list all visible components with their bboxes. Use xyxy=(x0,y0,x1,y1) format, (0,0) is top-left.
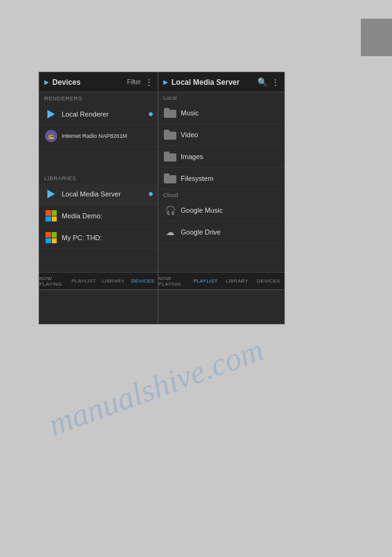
left-nav-library[interactable]: LIBRARY xyxy=(98,273,128,289)
my-pc-label: My PC: THD: xyxy=(62,234,102,241)
win2-q4 xyxy=(52,238,57,244)
win2-q1 xyxy=(45,232,51,238)
search-icon[interactable]: 🔍 xyxy=(257,77,267,87)
filter-label[interactable]: Filter xyxy=(127,79,141,85)
folder-icon-shape3 xyxy=(164,152,176,162)
left-panel-spacer xyxy=(39,249,158,272)
filesystem-folder-icon xyxy=(163,172,177,185)
local-media-play-icon xyxy=(44,187,58,201)
local-section-label: Local xyxy=(158,92,284,102)
music-label: Music xyxy=(181,109,199,117)
images-folder-icon xyxy=(163,150,177,163)
right-nav-playlist[interactable]: PLAYLIST xyxy=(190,273,222,289)
left-panel-title: Devices xyxy=(52,78,127,87)
win-q2 xyxy=(52,210,57,216)
libraries-section-label: LIBRARIES xyxy=(39,172,158,183)
video-item[interactable]: Video xyxy=(158,124,284,146)
my-pc-icon xyxy=(44,231,58,245)
video-folder-icon xyxy=(163,128,177,142)
google-music-label: Google Music xyxy=(181,206,222,214)
folder-icon-shape xyxy=(164,108,176,118)
cloud-icon-glyph: ☁ xyxy=(166,227,174,237)
google-drive-label: Google Drive xyxy=(181,228,221,236)
page-container: ▶ Devices Filter ⋮ RENDERERS Local Rende… xyxy=(0,0,392,557)
google-drive-item[interactable]: ☁ Google Drive xyxy=(158,221,284,243)
right-panel-title: Local Media Server xyxy=(171,78,257,87)
right-panel-spacer xyxy=(158,243,284,272)
local-media-dot xyxy=(149,192,153,196)
cloud-drive-icon: ☁ xyxy=(163,225,177,239)
local-renderer-label: Local Renderer xyxy=(62,110,108,118)
top-right-decoration xyxy=(361,19,392,56)
windows-icon-shape2 xyxy=(45,232,57,243)
google-music-item[interactable]: 🎧 Google Music xyxy=(158,200,284,221)
radio-icon-shape: 📻 xyxy=(45,130,57,142)
renderers-section-label: RENDERERS xyxy=(39,92,158,104)
left-bottom-nav: NOW PLAYING PLAYLIST LIBRARY DEVICES xyxy=(39,272,158,289)
headphone-icon: 🎧 xyxy=(163,203,177,217)
media-demo-label: Media Demo: xyxy=(62,212,102,220)
right-panel-play-icon: ▶ xyxy=(163,79,168,85)
play-icon-shape xyxy=(47,110,55,119)
internet-radio-label: Internet Radio NAP8261M xyxy=(62,133,127,139)
internet-radio-icon: 📻 xyxy=(44,129,58,143)
win2-q3 xyxy=(45,238,51,244)
left-nav-playlist[interactable]: PLAYLIST xyxy=(69,273,99,289)
filesystem-item[interactable]: Filesystem xyxy=(158,168,284,190)
play-icon-shape2 xyxy=(47,190,55,198)
win2-q2 xyxy=(52,232,57,238)
internet-radio-item[interactable]: 📻 Internet Radio NAP8261M xyxy=(39,125,158,147)
local-renderer-dot xyxy=(149,112,153,116)
win-q1 xyxy=(45,210,51,216)
win-q4 xyxy=(52,216,57,222)
folder-icon-shape4 xyxy=(164,173,176,183)
win-q3 xyxy=(45,216,51,222)
video-label: Video xyxy=(181,131,198,138)
bottom-left-panel xyxy=(39,290,158,324)
local-renderer-play-icon xyxy=(44,107,58,121)
left-panel-menu-dots[interactable]: ⋮ xyxy=(145,77,153,87)
folder-icon-shape2 xyxy=(164,130,176,140)
left-nav-devices[interactable]: DEVICES xyxy=(128,273,158,289)
right-panel-menu-dots[interactable]: ⋮ xyxy=(271,77,279,87)
right-panel-header: ▶ Local Media Server 🔍 ⋮ xyxy=(158,72,284,92)
local-media-server-label: Local Media Server xyxy=(62,190,121,198)
spacer1 xyxy=(39,147,158,172)
devices-play-icon: ▶ xyxy=(44,79,49,85)
bottom-right-panel xyxy=(158,290,284,324)
local-renderer-item[interactable]: Local Renderer xyxy=(39,104,158,125)
filesystem-label: Filesystem xyxy=(181,175,214,182)
cloud-section-label: Cloud xyxy=(158,190,284,200)
left-panel-header: ▶ Devices Filter ⋮ xyxy=(39,72,158,92)
left-panel: ▶ Devices Filter ⋮ RENDERERS Local Rende… xyxy=(39,72,158,289)
headphone-icon-glyph: 🎧 xyxy=(165,205,176,215)
media-demo-item[interactable]: Media Demo: xyxy=(39,205,158,227)
dual-panel: ▶ Devices Filter ⋮ RENDERERS Local Rende… xyxy=(39,72,285,290)
right-nav-library[interactable]: LIBRARY xyxy=(221,273,253,289)
images-item[interactable]: Images xyxy=(158,146,284,168)
music-item[interactable]: Music xyxy=(158,102,284,124)
left-nav-now-playing[interactable]: NOW PLAYING xyxy=(39,273,69,289)
media-demo-icon xyxy=(44,209,58,223)
right-bottom-nav: NOW PLAYING PLAYLIST LIBRARY DEVICES xyxy=(158,272,284,289)
my-pc-item[interactable]: My PC: THD: xyxy=(39,227,158,249)
local-media-server-item[interactable]: Local Media Server xyxy=(39,183,158,205)
right-nav-devices[interactable]: DEVICES xyxy=(253,273,285,289)
images-label: Images xyxy=(181,153,203,160)
right-nav-now-playing[interactable]: NOW PLAYING xyxy=(158,273,190,289)
bottom-panels xyxy=(39,290,285,324)
music-folder-icon xyxy=(163,106,177,120)
right-panel: ▶ Local Media Server 🔍 ⋮ Local Music Vid… xyxy=(158,72,284,289)
windows-icon-shape xyxy=(45,210,57,221)
